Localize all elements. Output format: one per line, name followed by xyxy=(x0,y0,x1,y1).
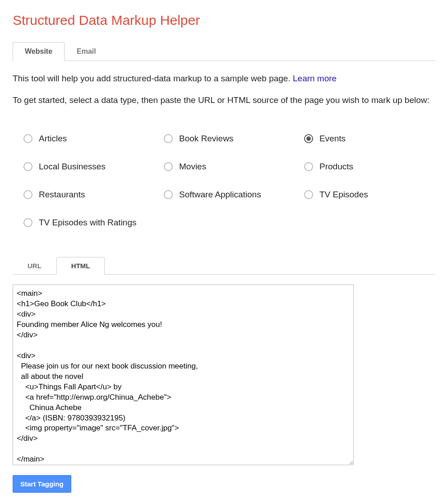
radio-circle-icon xyxy=(164,134,173,143)
radio-label: TV Episodes xyxy=(319,190,368,200)
radio-events[interactable]: Events xyxy=(304,134,435,144)
radio-label: Restaurants xyxy=(39,190,85,200)
radio-circle-icon xyxy=(23,162,32,171)
radio-movies[interactable]: Movies xyxy=(164,162,295,172)
radio-label: TV Episodes with Ratings xyxy=(39,218,137,228)
radio-tv-episodes[interactable]: TV Episodes xyxy=(304,190,435,200)
radio-dot-icon xyxy=(306,136,311,141)
intro-line-2: To get started, select a data type, then… xyxy=(13,94,435,106)
start-tagging-button[interactable]: Start Tagging xyxy=(13,475,71,493)
radio-circle-icon xyxy=(304,134,313,143)
radio-label: Events xyxy=(319,134,346,144)
radio-circle-icon xyxy=(304,162,313,171)
radio-label: Local Businesses xyxy=(39,162,106,172)
radio-circle-icon xyxy=(23,190,32,199)
radio-circle-icon xyxy=(23,218,32,227)
radio-circle-icon xyxy=(164,162,173,171)
page-title: Structured Data Markup Helper xyxy=(13,13,435,28)
radio-circle-icon xyxy=(304,190,313,199)
radio-circle-icon xyxy=(164,190,173,199)
radio-circle-icon xyxy=(23,134,32,143)
radio-restaurants[interactable]: Restaurants xyxy=(23,190,155,200)
radio-label: Software Applications xyxy=(179,190,261,200)
radio-book-reviews[interactable]: Book Reviews xyxy=(164,134,295,144)
html-source-input[interactable] xyxy=(13,285,354,465)
tab-email[interactable]: Email xyxy=(65,42,108,61)
radio-tv-episodes-ratings[interactable]: TV Episodes with Ratings xyxy=(23,218,155,228)
radio-articles[interactable]: Articles xyxy=(23,134,155,144)
source-tabs: URL HTML xyxy=(13,257,435,275)
radio-label: Movies xyxy=(179,162,206,172)
radio-label: Products xyxy=(319,162,353,172)
radio-label: Book Reviews xyxy=(179,134,233,144)
radio-products[interactable]: Products xyxy=(304,162,435,172)
intro-text: This tool will help you add structured-d… xyxy=(13,74,293,83)
tab-url[interactable]: URL xyxy=(13,257,56,275)
radio-label: Articles xyxy=(39,134,67,144)
learn-more-link[interactable]: Learn more xyxy=(293,74,337,83)
data-type-options: ArticlesBook ReviewsEventsLocal Business… xyxy=(13,116,435,250)
radio-local-businesses[interactable]: Local Businesses xyxy=(23,162,155,172)
top-tabs: Website Email xyxy=(13,42,435,61)
tab-website[interactable]: Website xyxy=(13,42,65,61)
intro-line-1: This tool will help you add structured-d… xyxy=(13,73,435,84)
radio-software-applications[interactable]: Software Applications xyxy=(164,190,295,200)
tab-html[interactable]: HTML xyxy=(56,257,105,275)
